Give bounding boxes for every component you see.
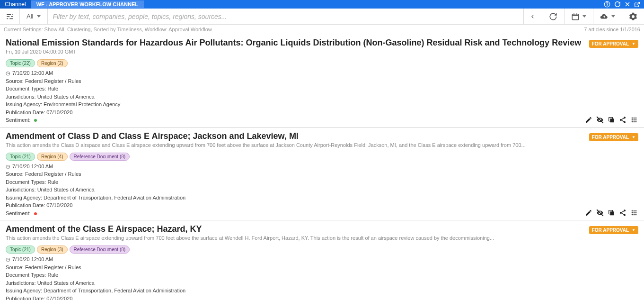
article-row: Amendment of Class D and Class E Airspac…	[0, 127, 644, 221]
svg-point-12	[634, 119, 635, 120]
hide-icon[interactable]	[596, 209, 604, 217]
edit-icon[interactable]	[584, 209, 593, 217]
all-dropdown[interactable]: All	[20, 9, 48, 24]
for-approval-button[interactable]: FOR APPROVAL ▼	[589, 226, 638, 234]
article-subtitle: This action amends the Class E airspace …	[6, 235, 589, 241]
svg-point-22	[632, 210, 633, 212]
filter-tune-button[interactable]	[0, 9, 20, 24]
svg-rect-3	[610, 118, 614, 122]
svg-point-8	[632, 117, 633, 118]
share-icon[interactable]	[618, 209, 627, 217]
topic-badge[interactable]: Topic (22)	[6, 59, 35, 67]
svg-rect-17	[610, 211, 614, 215]
calendar-dropdown[interactable]	[564, 9, 593, 24]
article-title[interactable]: Amendment of the Class E Airspace; Hazar…	[6, 224, 589, 234]
svg-rect-2	[572, 14, 579, 19]
article-subtitle: Fri, 10 Jul 2020 04:00:00 GMT	[6, 49, 589, 55]
svg-point-11	[632, 119, 633, 120]
channel-label: Channel	[0, 0, 31, 9]
copy-icon[interactable]	[607, 209, 616, 217]
svg-point-23	[634, 210, 635, 212]
refdoc-badge[interactable]: Reference Document (8)	[70, 245, 130, 254]
filter-bar: All	[0, 9, 644, 25]
doctype-line: Document Types: Rule	[6, 178, 638, 186]
more-icon[interactable]	[630, 209, 638, 217]
jurisdiction-line: Jurisdictions: United States of America	[6, 186, 638, 194]
svg-point-13	[635, 119, 637, 120]
svg-point-28	[632, 214, 633, 216]
region-badge[interactable]: Region (3)	[37, 245, 68, 254]
sentiment-dot	[34, 212, 37, 215]
jurisdiction-line: Jurisdictions: United States of America	[6, 93, 638, 101]
pubdate-line: Publication Date: 07/10/2020	[6, 109, 638, 117]
article-title[interactable]: National Emission Standards for Hazardou…	[6, 38, 589, 48]
sentiment-line: Sentiment:	[6, 116, 638, 124]
chevron-down-icon	[611, 15, 615, 18]
pubdate-line: Publication Date: 07/10/2020	[6, 295, 638, 300]
search-container	[48, 9, 523, 24]
source-line: Source: Federal Register / Rules	[6, 77, 638, 85]
svg-point-14	[632, 121, 633, 122]
article-meta: 7/10/20 12:00 AM Source: Federal Registe…	[6, 163, 638, 218]
badges-row: Topic (21) Region (3) Reference Document…	[6, 245, 638, 254]
chevron-down-icon	[37, 15, 41, 18]
article-meta: 7/10/20 12:00 AM Source: Federal Registe…	[6, 255, 638, 300]
svg-point-19	[624, 209, 626, 211]
back-button[interactable]	[523, 9, 542, 24]
region-badge[interactable]: Region (2)	[37, 59, 68, 67]
svg-point-9	[634, 117, 635, 118]
copy-icon[interactable]	[607, 116, 616, 124]
svg-point-5	[624, 117, 626, 118]
svg-point-29	[634, 214, 635, 216]
sentiment-dot	[34, 119, 37, 122]
upload-dropdown[interactable]	[593, 9, 622, 24]
timestamp: 7/10/20 12:00 AM	[6, 255, 638, 264]
articles-list: National Emission Standards for Hazardou…	[0, 34, 644, 300]
share-icon[interactable]	[618, 116, 627, 124]
doctype-line: Document Types: Rule	[6, 271, 638, 279]
topic-badge[interactable]: Topic (21)	[6, 245, 35, 254]
svg-point-16	[635, 121, 637, 122]
article-row: Amendment of the Class E Airspace; Hazar…	[0, 220, 644, 300]
for-approval-button[interactable]: FOR APPROVAL ▼	[589, 133, 638, 141]
current-settings-text: Current Settings: Show All, Clustering, …	[4, 27, 212, 32]
svg-point-1	[607, 6, 608, 6]
article-title[interactable]: Amendment of Class D and Class E Airspac…	[6, 131, 589, 141]
topic-badge[interactable]: Topic (21)	[6, 153, 35, 161]
for-approval-label: FOR APPROVAL	[592, 135, 629, 140]
channel-name: WF - APPROVER WORKFLOW CHANNEL	[31, 0, 144, 8]
gear-button[interactable]	[622, 9, 644, 24]
article-count-text: 7 articles since 1/1/2016	[584, 27, 640, 32]
doctype-line: Document Types: Rule	[6, 85, 638, 93]
chevron-down-icon: ▼	[632, 135, 635, 139]
more-icon[interactable]	[630, 116, 638, 124]
hide-icon[interactable]	[596, 116, 604, 124]
close-icon[interactable]	[625, 1, 630, 7]
reload-button[interactable]	[542, 9, 564, 24]
refdoc-badge[interactable]: Reference Document (8)	[70, 153, 130, 161]
agency-line: Issuing Agency: Environmental Protection…	[6, 100, 638, 109]
svg-point-21	[624, 214, 626, 216]
edit-icon[interactable]	[584, 116, 593, 124]
popout-icon[interactable]	[634, 1, 640, 8]
chevron-down-icon: ▼	[632, 228, 635, 232]
top-bar-actions	[600, 1, 644, 8]
svg-point-25	[632, 212, 633, 214]
svg-point-10	[635, 117, 637, 118]
help-icon[interactable]	[604, 1, 610, 8]
refresh-icon[interactable]	[614, 1, 621, 8]
svg-point-30	[635, 214, 637, 216]
region-badge[interactable]: Region (4)	[37, 153, 68, 161]
row-actions	[584, 209, 638, 217]
sentiment-line: Sentiment:	[6, 209, 638, 218]
timestamp: 7/10/20 12:00 AM	[6, 69, 638, 77]
row-actions	[584, 116, 638, 124]
agency-line: Issuing Agency: Department of Transporta…	[6, 287, 638, 295]
timestamp: 7/10/20 12:00 AM	[6, 163, 638, 171]
svg-point-26	[634, 212, 635, 214]
for-approval-button[interactable]: FOR APPROVAL ▼	[589, 40, 638, 48]
svg-point-24	[635, 210, 637, 212]
all-dropdown-label: All	[26, 13, 33, 20]
svg-point-27	[635, 212, 637, 214]
search-input[interactable]	[48, 13, 523, 20]
